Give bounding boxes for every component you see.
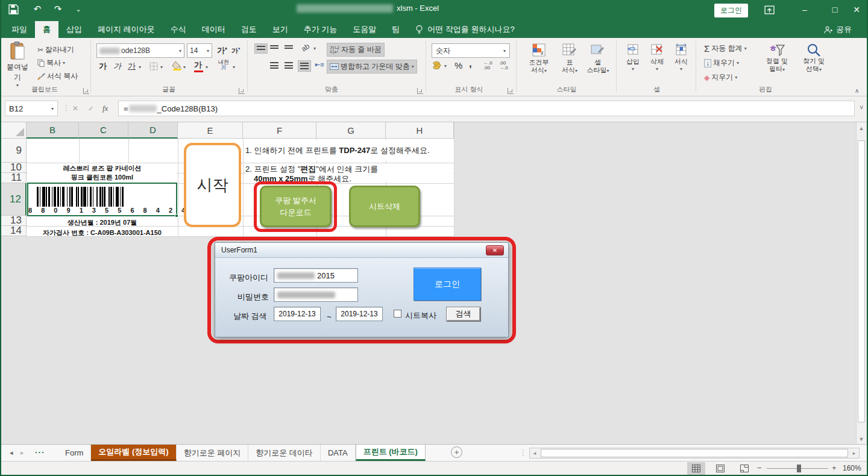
expand-formula-bar-button[interactable]: ˅ bbox=[860, 104, 863, 111]
font-dialog-launcher[interactable] bbox=[239, 88, 245, 94]
userform-close-button[interactable]: ✕ bbox=[486, 245, 504, 255]
coupang-id-input[interactable]: 2015 bbox=[274, 268, 358, 283]
clipboard-dialog-launcher[interactable] bbox=[83, 88, 89, 94]
borders-icon[interactable] bbox=[149, 62, 158, 70]
password-input[interactable] bbox=[274, 287, 358, 302]
userform-title-bar[interactable]: UserForm1 ✕ bbox=[215, 243, 508, 258]
column-header-C[interactable]: C bbox=[79, 122, 128, 139]
scroll-down-arrow[interactable]: ▼ bbox=[857, 436, 866, 442]
fill-button[interactable]: ↓ 채우기▾ bbox=[702, 57, 741, 69]
conditional-formatting-button[interactable]: ≠ 조건부서식▾ bbox=[523, 43, 555, 75]
cell-instruction-2[interactable]: 2. 프린트 설정 "편집"에서 인쇄 크기를 40mm x 25mm로 해주세… bbox=[245, 164, 453, 182]
shrink-font-button[interactable]: 가▾ bbox=[231, 46, 241, 55]
cancel-formula-icon[interactable]: ✕ bbox=[72, 104, 78, 113]
increase-decimal-button[interactable]: ←.0.00 bbox=[483, 61, 492, 70]
name-box[interactable]: B12 ▾ bbox=[5, 101, 58, 116]
row-header-13[interactable]: 13 bbox=[0, 216, 27, 226]
minimize-button[interactable]: – bbox=[794, 5, 815, 14]
cell-styles-button[interactable]: 셀스타일▾ bbox=[583, 43, 612, 75]
sheet-nav-left[interactable]: ◂ bbox=[10, 449, 13, 457]
cell-instruction-1[interactable]: 1. 인쇄하기 전에 프린트를 TDP-247로 설정해주세요. bbox=[245, 140, 453, 161]
close-button[interactable]: ✕ bbox=[846, 5, 867, 14]
tab-addins[interactable]: 추가 기능 bbox=[296, 21, 345, 38]
font-name-combo[interactable]: ode128B ▾ bbox=[96, 43, 184, 58]
paste-button[interactable]: 붙여넣기 ▾ bbox=[5, 42, 30, 88]
row-header-14[interactable]: 14 bbox=[0, 226, 27, 236]
align-middle-button[interactable] bbox=[270, 45, 278, 51]
column-header-B[interactable]: B bbox=[27, 122, 79, 139]
format-cells-button[interactable]: 서식▾ bbox=[670, 43, 692, 72]
decrease-indent-button[interactable]: ⇤≡ bbox=[315, 61, 324, 69]
sheet-tab-fragrant-data[interactable]: 향기로운 데이타 bbox=[248, 445, 321, 461]
column-header-D[interactable]: D bbox=[128, 122, 178, 139]
fill-color-icon[interactable] bbox=[172, 61, 182, 70]
collapse-ribbon-button[interactable]: ∧ bbox=[855, 87, 859, 94]
tell-me-box[interactable]: 어떤 작업을 원하시나요? bbox=[407, 21, 522, 38]
grow-font-button[interactable]: 가▴ bbox=[217, 45, 227, 56]
sheet-tab-overflow[interactable]: ... bbox=[35, 446, 45, 455]
align-center-button[interactable] bbox=[285, 62, 293, 69]
horizontal-scroll-thumb[interactable] bbox=[541, 449, 848, 457]
tab-file[interactable]: 파일 bbox=[4, 21, 35, 38]
zoom-in-button[interactable]: + bbox=[832, 463, 837, 472]
wrap-text-button[interactable]: 가나다↵ 자동 줄 바꿈 bbox=[327, 43, 385, 57]
column-header-H[interactable]: H bbox=[386, 122, 454, 139]
qat-customize-icon[interactable]: ⌄ bbox=[70, 5, 87, 13]
zoom-slider-thumb[interactable] bbox=[797, 465, 801, 472]
tab-review[interactable]: 검토 bbox=[233, 21, 265, 38]
account-login-button[interactable]: 로그인 bbox=[714, 4, 748, 17]
share-button[interactable]: 공유 bbox=[816, 21, 860, 38]
font-color-button[interactable]: 가 bbox=[194, 60, 203, 72]
column-header-G[interactable]: G bbox=[316, 122, 386, 139]
number-dialog-launcher[interactable] bbox=[508, 88, 514, 94]
cell-barcode-selected[interactable]: 8 8 0 9 1 3 5 5 6 8 4 2 4 bbox=[27, 183, 177, 216]
sheet-delete-button[interactable]: 시트삭제 bbox=[349, 186, 420, 227]
vertical-scrollbar[interactable]: ▲ ▼ bbox=[856, 122, 866, 444]
row-header-12[interactable]: 12 bbox=[0, 183, 27, 216]
comma-style-button[interactable]: , bbox=[469, 58, 472, 70]
row-header-9[interactable]: 9 bbox=[0, 139, 27, 163]
column-header-E[interactable]: E bbox=[178, 122, 243, 139]
column-header-F[interactable]: F bbox=[243, 122, 316, 139]
bold-button[interactable]: 가 bbox=[99, 61, 107, 72]
number-format-combo[interactable]: 숫자 ▾ bbox=[432, 43, 510, 58]
insert-function-icon[interactable]: fx bbox=[102, 104, 108, 113]
date-to-input[interactable]: 2019-12-13 bbox=[336, 307, 383, 321]
tab-scrollbar-splitter[interactable]: ⋮ bbox=[520, 448, 527, 457]
tab-formulas[interactable]: 수식 bbox=[163, 21, 194, 38]
sheet-tab-oil-label[interactable]: 오일라벨 (정보입력) bbox=[91, 445, 176, 461]
fill-handle[interactable] bbox=[175, 214, 178, 218]
tab-data[interactable]: 데이터 bbox=[194, 21, 233, 38]
name-box-dropdown[interactable]: ▾ bbox=[51, 106, 54, 111]
login-button[interactable]: 로그인 bbox=[414, 268, 481, 301]
sheet-nav-right[interactable]: ▸ bbox=[20, 449, 24, 457]
zoom-out-button[interactable]: − bbox=[757, 463, 762, 472]
font-size-combo[interactable]: 14 ▾ bbox=[187, 43, 212, 58]
cell-prod-date[interactable]: 생산년월 : 2019년 07월 bbox=[28, 216, 177, 226]
sort-filter-button[interactable]: ㅎ 정렬 및필터▾ bbox=[758, 43, 796, 74]
new-sheet-button[interactable]: + bbox=[451, 446, 462, 458]
page-layout-view-button[interactable] bbox=[711, 462, 729, 475]
alignment-dialog-launcher[interactable] bbox=[417, 88, 423, 94]
sheet-tab-fragrant-page[interactable]: 향기로운 페이지 bbox=[177, 445, 249, 461]
underline-dropdown[interactable]: ▾ bbox=[139, 64, 141, 70]
delete-cells-button[interactable]: 삭제▾ bbox=[646, 43, 668, 72]
orientation-button[interactable]: ab bbox=[300, 42, 311, 53]
horizontal-scrollbar[interactable]: ◂ ▸ bbox=[529, 448, 860, 459]
page-break-view-button[interactable] bbox=[735, 462, 753, 475]
format-painter-button[interactable]: 서식 복사 bbox=[35, 70, 80, 83]
scroll-up-arrow[interactable]: ▲ bbox=[857, 122, 866, 131]
coupang-download-button[interactable]: 쿠팡 발주서 다운로드 bbox=[260, 186, 332, 227]
search-button[interactable]: 검색 bbox=[446, 307, 480, 321]
hscroll-left-arrow[interactable]: ◂ bbox=[530, 450, 539, 456]
row-header-11[interactable]: 11 bbox=[0, 173, 27, 183]
find-select-button[interactable]: 찾기 및선택▾ bbox=[797, 43, 831, 74]
zoom-level[interactable]: 160% bbox=[843, 464, 861, 472]
percent-style-button[interactable]: % bbox=[454, 60, 462, 70]
accounting-format-icon[interactable] bbox=[433, 61, 442, 69]
save-icon[interactable] bbox=[8, 4, 25, 14]
hscroll-right-arrow[interactable]: ▸ bbox=[849, 450, 859, 456]
formula-input[interactable]: = _Code128B(B13) bbox=[118, 101, 855, 116]
row-header-10[interactable]: 10 bbox=[0, 163, 27, 173]
sheet-tab-form[interactable]: Form bbox=[58, 445, 91, 461]
